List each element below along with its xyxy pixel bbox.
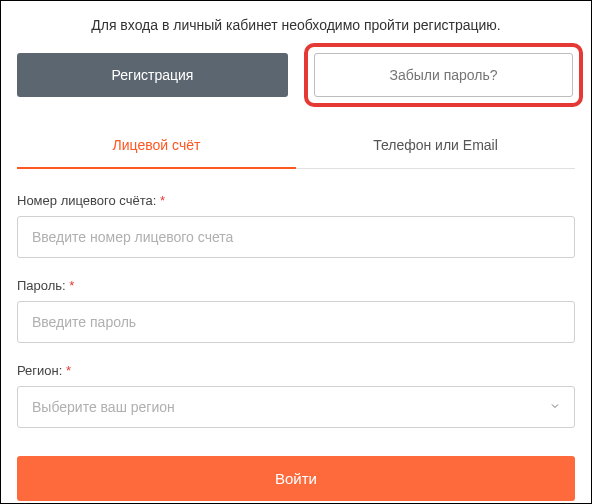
highlight-box: Забыли пароль? (304, 43, 583, 107)
tab-account[interactable]: Лицевой счёт (17, 123, 296, 169)
account-number-label: Номер лицевого счёта: * (17, 193, 575, 208)
intro-text: Для входа в личный кабинет необходимо пр… (17, 17, 575, 33)
region-label: Регион: * (17, 363, 575, 378)
region-select[interactable]: Выберите ваш регион (17, 386, 575, 428)
password-label: Пароль: * (17, 278, 575, 293)
register-button[interactable]: Регистрация (17, 53, 288, 97)
submit-button[interactable]: Войти (17, 456, 575, 501)
forgot-password-button[interactable]: Забыли пароль? (314, 53, 573, 97)
region-label-text: Регион: (17, 363, 62, 378)
account-number-input[interactable] (17, 216, 575, 258)
password-label-text: Пароль: (17, 278, 66, 293)
button-row: Регистрация Забыли пароль? (17, 53, 575, 107)
region-group: Регион: * Выберите ваш регион (17, 363, 575, 428)
tab-phone-email[interactable]: Телефон или Email (296, 123, 575, 169)
password-input[interactable] (17, 301, 575, 343)
required-mark: * (69, 278, 74, 293)
required-mark: * (160, 193, 165, 208)
required-mark: * (66, 363, 71, 378)
account-label-text: Номер лицевого счёта: (17, 193, 156, 208)
tabs: Лицевой счёт Телефон или Email (17, 123, 575, 169)
account-number-group: Номер лицевого счёта: * (17, 193, 575, 258)
password-group: Пароль: * (17, 278, 575, 343)
